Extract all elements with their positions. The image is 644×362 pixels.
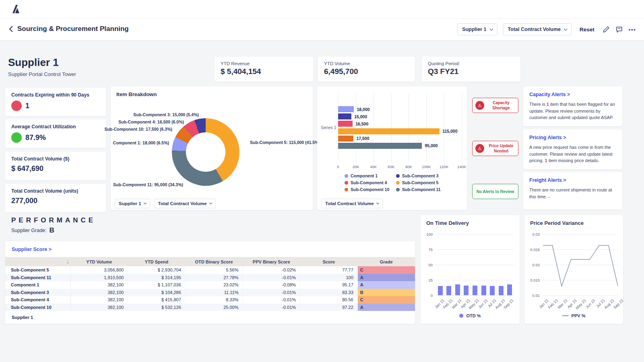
column-header-ytd-volume[interactable]: YTD Volume <box>70 257 128 266</box>
ytd-volume-cell: 3,056,800 <box>70 266 128 274</box>
body-text: item missing price details. <box>547 158 599 163</box>
column-header-item[interactable]: ↓ <box>5 257 70 266</box>
table-row: Sub-Component 10382,100$ 532,12625.00%-0… <box>5 304 415 311</box>
legend-item: Sub-Component 10 <box>345 187 396 192</box>
chevron-down-icon <box>144 202 147 204</box>
item-breakdown-card: Item Breakdown Sub-Component 3: 15,000 (… <box>111 86 313 210</box>
column-header-otd-binary-score[interactable]: OTD Binary Score <box>185 257 243 266</box>
legend-dot <box>396 174 400 178</box>
bar <box>338 136 353 142</box>
freight-alerts-link[interactable]: Freight Alerts > <box>529 177 616 183</box>
alert-panel-body: A new price request has come in from the… <box>529 144 616 164</box>
supplier-filter-dropdown[interactable]: Supplier 1 <box>457 23 497 35</box>
bar-row: 95,000 <box>338 143 462 149</box>
page-header: Sourcing & Procurement Planning Supplier… <box>0 19 644 41</box>
ppv-score-cell: -0.01% <box>243 289 300 296</box>
chart-title: Item Breakdown <box>116 91 157 97</box>
grade-letter: B <box>358 290 415 295</box>
series-axis-label: Series 1 <box>321 125 336 130</box>
ytd-spend-cell: $ 1,107,036 <box>128 281 186 289</box>
metric-filter-dropdown[interactable]: Total Contract Volume <box>321 199 383 208</box>
table-footer-supplier: Supplier 1 <box>12 315 415 320</box>
ppv-score-cell: -0.02% <box>243 266 300 274</box>
no-alerts-button[interactable]: No Alerts to Review <box>472 184 518 199</box>
legend-label: Sub-Component 3 <box>402 173 438 178</box>
pricing-alerts-link[interactable]: Pricing Alerts > <box>529 135 616 140</box>
sort-descending-icon[interactable]: ↓ <box>66 259 69 265</box>
y-tick-label: 0 <box>431 293 433 298</box>
stat-value: 277,000 <box>11 197 37 205</box>
column-header-ppv-binary-score[interactable]: PPV Binary Score <box>243 257 300 266</box>
kpi-card-ytd-revenue: YTD Revenue $ 5,404,154 <box>215 57 313 82</box>
donut-label: Sub-Component 10: 17,500 (6.3%) <box>104 127 172 132</box>
metric-filter-dropdown[interactable]: Total Contract Volume <box>503 23 572 35</box>
grade-value: B <box>50 226 54 234</box>
legend-item: Sub-Component 4 <box>345 180 396 185</box>
edit-pencil-icon[interactable] <box>603 26 610 33</box>
bar <box>338 143 422 149</box>
kpi-card-quoting-period: Quoting Period: Q3 FY21 <box>422 57 520 82</box>
grade-cell: A <box>357 304 415 311</box>
ytd-volume-cell: 382,100 <box>70 281 128 289</box>
more-options-icon[interactable]: ••• <box>629 27 636 33</box>
stat-label: Total Contract Volume ($) <box>11 156 100 162</box>
supplier-score-link[interactable]: Supplier Score > <box>12 247 52 252</box>
alert-button-label: Capacity Shortage <box>487 100 515 111</box>
bar <box>338 106 354 112</box>
stat-card-contract-utilization: Average Contract Utilization 87.9% <box>5 119 106 148</box>
stat-value: 1 <box>25 102 29 110</box>
status-dot-red <box>11 101 22 111</box>
row-label: Sub-Component 11 <box>5 274 70 282</box>
alert-panel-body: There is 1 item that has been flagged fo… <box>529 101 616 121</box>
top-bar <box>0 0 644 19</box>
ppv-line-chart <box>543 234 618 295</box>
filter-label: Total Contract Volume <box>325 201 374 206</box>
metric-filter-label: Total Contract Volume <box>508 27 561 32</box>
bar-row: 17,500 <box>338 136 462 142</box>
column-header-grade[interactable]: Grade <box>357 257 415 266</box>
ytd-volume-cell: 1,910,500 <box>70 274 128 282</box>
y-tick-label: 0.025 <box>530 247 540 252</box>
grade-letter: A <box>358 275 415 280</box>
donut-label: Component 1: 18,000 (6.5%) <box>113 140 169 145</box>
capacity-shortage-alert-button[interactable]: ⚠ Capacity Shortage <box>472 98 518 113</box>
bar-value-label: 115,000 <box>442 129 457 134</box>
dashboard-app: Sourcing & Procurement Planning Supplier… <box>0 0 644 362</box>
legend-item: Sub-Component 5 <box>396 180 448 185</box>
ppv-score-cell: -0.01% <box>243 274 300 282</box>
reset-button[interactable]: Reset <box>580 27 594 33</box>
otd-score-cell: 25.00% <box>185 304 243 311</box>
back-chevron-icon[interactable] <box>9 25 13 33</box>
body-text: There are no current shipments in route … <box>529 187 612 199</box>
legend-label: Sub-Component 5 <box>402 180 438 185</box>
x-tick-label: 120K <box>440 165 448 169</box>
row-label: Sub-Component 3 <box>5 289 70 296</box>
grade-cell: A <box>357 274 415 282</box>
item-breakdown-donut <box>172 118 239 186</box>
column-header-ytd-spend[interactable]: YTD Spend <box>128 257 186 266</box>
legend-item: Sub-Component 3 <box>396 173 448 178</box>
ppv-score-cell: -0.01% <box>243 304 300 311</box>
ytd-volume-cell: 382,100 <box>70 296 128 304</box>
kpi-label: YTD Volume <box>324 61 409 66</box>
bar <box>338 121 353 127</box>
row-label: Sub-Component 10 <box>5 304 70 311</box>
bar-value-label: 15,000 <box>354 114 367 119</box>
score-cell: 97.22 <box>300 304 358 311</box>
y-tick-label: 100 <box>426 232 433 237</box>
comment-icon[interactable] <box>615 26 623 33</box>
stat-card-contracts-expiring: Contracts Expiring within 90 Days 1 <box>5 88 106 116</box>
column-header-score[interactable]: Score <box>300 257 358 266</box>
legend-item: Sub-Component 11 <box>396 187 448 192</box>
price-update-alert-button[interactable]: ⚠ Price Update Needed <box>472 141 518 156</box>
table-row: Component 1382,100$ 1,107,03623.02%-0.08… <box>5 281 415 289</box>
volume-legend: Component 1Sub-Component 3Sub-Component … <box>345 173 448 192</box>
bar-row: 16,500 <box>338 121 462 127</box>
brand-logo-icon[interactable] <box>10 4 21 16</box>
capacity-alerts-link[interactable]: Capacity Alerts > <box>529 92 616 97</box>
supplier-filter-dropdown[interactable]: Supplier 1 <box>115 199 150 208</box>
ytd-spend-cell: $ 532,126 <box>128 304 186 311</box>
y-tick-label: 25 <box>428 278 433 282</box>
otd-score-cell: 23.02% <box>185 281 243 289</box>
metric-filter-dropdown[interactable]: Total Contract Volume <box>154 199 216 208</box>
